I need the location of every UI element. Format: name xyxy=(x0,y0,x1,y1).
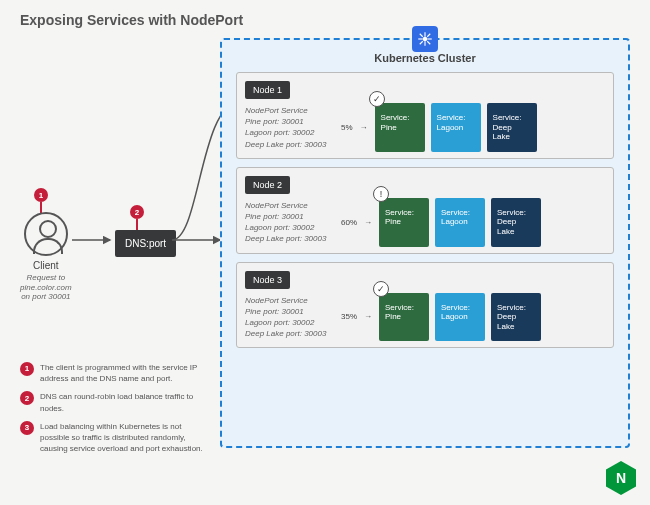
node-title: Node 3 xyxy=(245,271,290,289)
service-deep: Service:Deep Lake xyxy=(491,198,541,247)
node-2: Node 2 NodePort ServicePine port: 30001L… xyxy=(236,167,614,254)
legend-text: Load balancing within Kubernetes is not … xyxy=(40,421,210,455)
client-sub: Request to pine.color.com on port 30001 xyxy=(20,273,72,302)
legend-row: 2DNS can round-robin load balance traffi… xyxy=(20,391,210,413)
node-3: Node 3 NodePort ServicePine port: 30001L… xyxy=(236,262,614,349)
pin-2: 2 xyxy=(130,205,144,219)
cluster-title: Kubernetes Cluster xyxy=(230,52,620,64)
legend: 1The client is programmed with the servi… xyxy=(20,362,210,461)
status-check-icon: ✓ xyxy=(369,91,385,107)
arrow-icon: → xyxy=(360,123,368,132)
svg-line-8 xyxy=(427,41,430,44)
client-icon xyxy=(24,212,68,256)
page-title: Exposing Services with NodePort xyxy=(20,12,243,28)
legend-num: 2 xyxy=(20,391,34,405)
client-block: Client Request to pine.color.com on port… xyxy=(20,212,72,302)
client-label: Client xyxy=(20,260,72,271)
service-lagoon: Service:Lagoon xyxy=(435,198,485,247)
svg-line-10 xyxy=(420,41,423,44)
nodeport-info: NodePort ServicePine port: 30001Lagoon p… xyxy=(245,295,335,340)
svg-line-7 xyxy=(420,34,423,37)
arrow-icon: → xyxy=(364,218,372,227)
dns-box: DNS:port xyxy=(115,230,176,257)
traffic-pct: 60% xyxy=(341,218,357,227)
nodeport-info: NodePort ServicePine port: 30001Lagoon p… xyxy=(245,105,335,150)
legend-row: 3Load balancing within Kubernetes is not… xyxy=(20,421,210,455)
nodeport-info: NodePort ServicePine port: 30001Lagoon p… xyxy=(245,200,335,245)
svg-point-2 xyxy=(423,37,428,42)
traffic-pct: 5% xyxy=(341,123,353,132)
service-lagoon: Service:Lagoon xyxy=(431,103,481,152)
service-pine: Service:Pine xyxy=(379,198,429,247)
node-title: Node 2 xyxy=(245,176,290,194)
cluster: Kubernetes Cluster Node 1 NodePort Servi… xyxy=(220,38,630,448)
pin-1: 1 xyxy=(34,188,48,202)
arrow-icon: → xyxy=(364,312,372,321)
status-warn-icon: ! xyxy=(373,186,389,202)
service-pine: Service:Pine xyxy=(379,293,429,342)
node-1: Node 1 NodePort ServicePine port: 30001L… xyxy=(236,72,614,159)
service-pine: Service:Pine xyxy=(375,103,425,152)
node-title: Node 1 xyxy=(245,81,290,99)
service-deep: Service:Deep Lake xyxy=(491,293,541,342)
status-check-icon: ✓ xyxy=(373,281,389,297)
legend-text: DNS can round-robin load balance traffic… xyxy=(40,391,210,413)
kubernetes-icon xyxy=(412,26,438,52)
nginx-logo: N xyxy=(606,461,636,495)
legend-num: 3 xyxy=(20,421,34,435)
legend-row: 1The client is programmed with the servi… xyxy=(20,362,210,384)
legend-num: 1 xyxy=(20,362,34,376)
svg-line-9 xyxy=(427,34,430,37)
traffic-pct: 35% xyxy=(341,312,357,321)
service-lagoon: Service:Lagoon xyxy=(435,293,485,342)
service-deep: Service:Deep Lake xyxy=(487,103,537,152)
legend-text: The client is programmed with the servic… xyxy=(40,362,210,384)
